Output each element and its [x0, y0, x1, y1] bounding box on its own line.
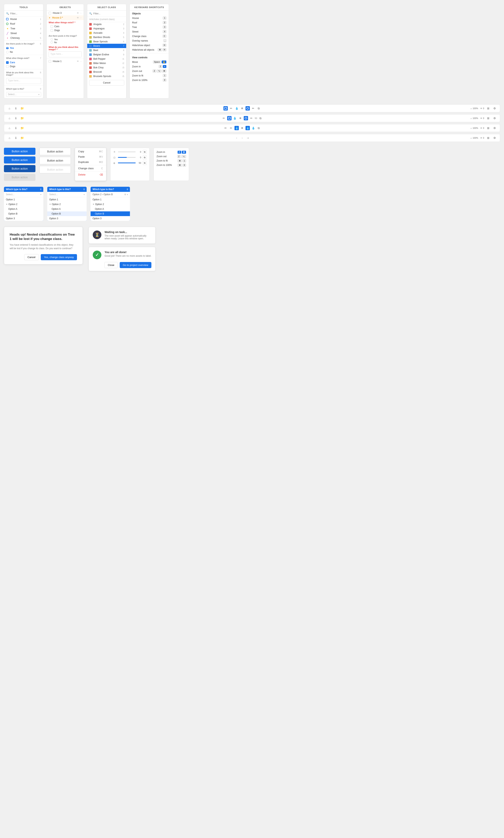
object-house2[interactable]: ▼ House 2 * 👁 ··· [47, 15, 84, 20]
h2-dogs-checkbox[interactable] [51, 29, 53, 32]
warning-confirm-button[interactable]: Yes, change class anyway [41, 254, 77, 260]
tools-filter-input[interactable] [10, 12, 41, 15]
eraser-active-icon[interactable] [246, 106, 250, 110]
class-beet[interactable]: Beet 8 [87, 48, 126, 52]
grid-icon-4[interactable]: ⊞ [486, 136, 490, 140]
dd1-opt1[interactable]: Option 1 [4, 197, 43, 202]
dd3-select[interactable]: Option 2 › Option B [91, 192, 130, 197]
checkbox-dogs[interactable] [6, 65, 9, 68]
house3-checkbox[interactable] [49, 12, 51, 14]
tools-filter-container[interactable]: 🔍 [4, 11, 43, 17]
h2-no-radio[interactable]: No [51, 41, 80, 43]
btn-primary-2[interactable]: Button action [4, 156, 35, 163]
rect-tool-icon-2[interactable] [227, 116, 232, 120]
home-icon-2[interactable]: ⌂ [7, 116, 12, 120]
snowflake-icon[interactable]: ❄ [240, 106, 244, 110]
folder-icon-2[interactable]: 📁 [20, 116, 24, 120]
context-paste[interactable]: Paste ⌘V [75, 154, 106, 159]
slider-track-1[interactable] [118, 152, 136, 152]
settings-icon-4[interactable]: ⚙ [492, 136, 497, 140]
q8-textarea[interactable]: Type here... [6, 78, 41, 84]
slider-copy-btn-1[interactable]: ⧉ [143, 150, 147, 154]
eraser-active-icon-2[interactable] [244, 116, 248, 120]
context-duplicate[interactable]: Duplicate ⌘D [75, 159, 106, 165]
dd2-select[interactable]: Select... [47, 192, 87, 197]
tool-item-street[interactable]: ╱ Street 4 [4, 31, 43, 36]
class-bamboo[interactable]: Bamboo Shoots 5 [87, 35, 126, 39]
pencil-icon-2[interactable]: ✏ [222, 116, 226, 120]
object-house3[interactable]: House 3 👁 ··· [47, 11, 84, 15]
btn-primary-1[interactable]: Button action [4, 148, 35, 155]
goto-project-button[interactable]: Go to project overview [120, 262, 151, 268]
folder-icon-4[interactable]: 📁 [20, 136, 24, 140]
class-filter-input[interactable] [93, 12, 124, 15]
dd3-opt3[interactable]: Option 3 [91, 216, 130, 221]
dd2-opt3[interactable]: Option 3 [47, 216, 87, 221]
dd2-opt2a[interactable]: Option A [47, 207, 87, 211]
dd3-opt2b[interactable]: Option B [91, 211, 130, 216]
q9-select[interactable]: Select... [6, 92, 41, 97]
class-bean-sprouts[interactable]: Bean Sprouts 6 [87, 39, 126, 44]
home-icon[interactable]: ⌂ [7, 106, 12, 110]
pencil-icon[interactable]: ✏ [229, 106, 233, 110]
tool-item-house[interactable]: House 1 [4, 17, 43, 21]
slider-track-3[interactable] [118, 162, 136, 163]
pen2-icon-3[interactable]: ✏ [229, 126, 233, 130]
drop-gray-icon[interactable]: 💧 [251, 126, 255, 130]
grid-icon[interactable]: ⊞ [486, 106, 490, 110]
pencil-icon-3[interactable]: ✏ [223, 126, 228, 130]
prev-arrow[interactable]: ‹ [234, 136, 239, 140]
h2-radio-no-circle[interactable] [51, 41, 53, 43]
drop2-active-icon[interactable]: 💧 [246, 126, 250, 130]
h2-radio-yes-circle[interactable] [51, 38, 53, 40]
dd2-opt1[interactable]: Option 1 [47, 197, 87, 202]
dd3-opt1[interactable]: Option 1 [91, 197, 130, 202]
radio-yes[interactable] [6, 47, 9, 50]
h2-yes-radio[interactable]: Yes [51, 38, 80, 40]
q7-cars[interactable]: ✓ Cars [4, 60, 43, 65]
tool-item-chimney[interactable]: • Chimney 5 [4, 36, 43, 40]
class-avocado[interactable]: Avocado 4 [87, 31, 126, 35]
tool-item-tree[interactable]: ✦ Tree 3 [4, 26, 43, 31]
grid-icon-3[interactable]: ⊞ [486, 126, 490, 130]
dd3-opt2a[interactable]: Option A [91, 207, 130, 211]
dd1-select[interactable]: Select... [4, 192, 43, 197]
radio-no[interactable] [6, 51, 9, 53]
context-delete[interactable]: Delete ⌫ [75, 172, 106, 177]
grid-icon-2[interactable]: ⊞ [486, 116, 490, 120]
drop-active-icon[interactable]: 💧 [234, 126, 239, 130]
q7-dogs[interactable]: Dogs [4, 65, 43, 68]
copy-icon[interactable]: ⧉ [256, 106, 261, 110]
h2-textarea[interactable]: Type here... [49, 51, 82, 57]
dd1-opt2a[interactable]: Option A [4, 207, 43, 211]
folder-icon-3[interactable]: 📁 [20, 126, 24, 130]
home-icon-4[interactable]: ⌂ [7, 136, 12, 140]
dd1-opt3[interactable]: Option 3 [4, 216, 43, 221]
class-belgian-endive[interactable]: Belgian Endive 9 [87, 52, 126, 57]
checkbox-cars[interactable]: ✓ [6, 61, 9, 64]
info-icon[interactable]: ℹ [14, 106, 18, 110]
dd1-opt2-expand[interactable]: ▼ Option 2 [4, 202, 43, 207]
settings-icon-3[interactable]: ⚙ [492, 126, 497, 130]
pen2-icon-2[interactable]: ✏ [249, 116, 254, 120]
class-cancel-button[interactable]: Cancel [89, 80, 124, 86]
info-icon-4[interactable]: ℹ [14, 136, 18, 140]
rect-tool-icon[interactable] [223, 106, 228, 110]
next-arrow[interactable]: › [240, 136, 244, 140]
warning-cancel-button[interactable]: Cancel [24, 254, 39, 260]
h2-cars-checkbox[interactable] [51, 25, 53, 28]
slider-copy-btn-2[interactable]: ⧉ [143, 155, 147, 159]
q6-yes[interactable]: Yes [4, 46, 43, 50]
dd2-opt2-expand[interactable]: ▼ Option 2 [47, 202, 87, 207]
info-icon-3[interactable]: ℹ [14, 126, 18, 130]
dd2-opt2b[interactable]: Option B [47, 211, 87, 216]
home-icon-3[interactable]: ⌂ [7, 126, 12, 130]
class-arugula[interactable]: Arugula 2 [87, 22, 126, 27]
done-close-button[interactable]: Close [104, 262, 118, 268]
btn-outline-2[interactable]: Button action [39, 157, 71, 164]
class-broccoli[interactable]: Broccoli /4 [87, 70, 126, 74]
settings-icon-2[interactable]: ⚙ [492, 116, 497, 120]
info-icon-2[interactable]: ℹ [14, 116, 18, 120]
h2-dogs[interactable]: Dogs [49, 28, 82, 32]
class-brussels-sprouts[interactable]: Brussels Sprouts /5 [87, 74, 126, 78]
